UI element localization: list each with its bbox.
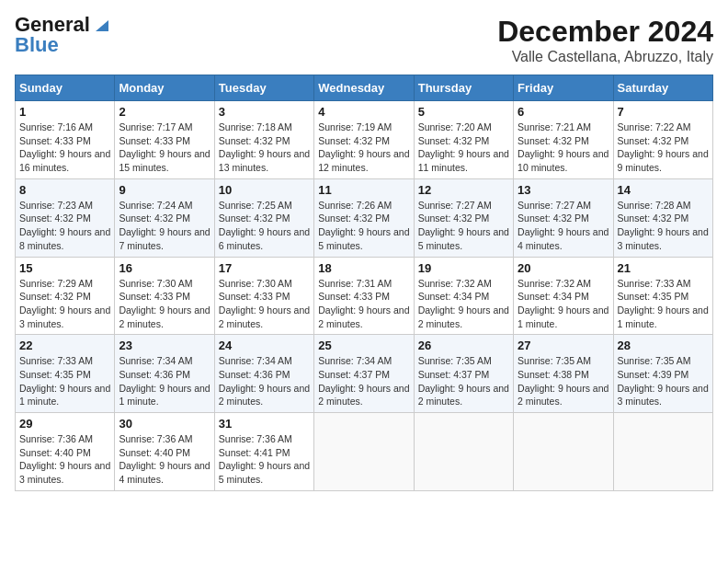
- page-title: December 2024: [497, 15, 713, 49]
- calendar-cell: 13Sunrise: 7:27 AMSunset: 4:32 PMDayligh…: [514, 178, 613, 257]
- day-info: Sunrise: 7:21 AMSunset: 4:32 PMDaylight:…: [518, 121, 609, 175]
- day-number: 23: [119, 339, 210, 352]
- header-saturday: Saturday: [613, 75, 712, 101]
- day-info: Sunrise: 7:25 AMSunset: 4:32 PMDaylight:…: [219, 199, 310, 253]
- header-monday: Monday: [115, 75, 214, 101]
- day-info: Sunrise: 7:36 AMSunset: 4:40 PMDaylight:…: [119, 432, 210, 487]
- day-info: Sunrise: 7:35 AMSunset: 4:39 PMDaylight:…: [618, 354, 709, 408]
- day-info: Sunrise: 7:33 AMSunset: 4:35 PMDaylight:…: [19, 354, 110, 408]
- day-info: Sunrise: 7:28 AMSunset: 4:32 PMDaylight:…: [618, 199, 709, 253]
- calendar-cell: 9Sunrise: 7:24 AMSunset: 4:32 PMDaylight…: [115, 178, 214, 257]
- day-number: 24: [219, 339, 310, 352]
- calendar-week-row: 8Sunrise: 7:23 AMSunset: 4:32 PMDaylight…: [16, 178, 713, 257]
- day-info: Sunrise: 7:22 AMSunset: 4:32 PMDaylight:…: [618, 121, 709, 175]
- calendar-header-row: SundayMondayTuesdayWednesdayThursdayFrid…: [16, 75, 713, 101]
- day-number: 30: [119, 417, 210, 431]
- calendar-cell: 20Sunrise: 7:32 AMSunset: 4:34 PMDayligh…: [514, 257, 613, 335]
- page-header: General Blue December 2024 Valle Castell…: [15, 15, 713, 65]
- calendar-week-row: 29Sunrise: 7:36 AMSunset: 4:40 PMDayligh…: [16, 413, 713, 491]
- calendar-cell: 4Sunrise: 7:19 AMSunset: 4:32 PMDaylight…: [314, 101, 414, 179]
- day-number: 17: [219, 261, 310, 275]
- day-info: Sunrise: 7:33 AMSunset: 4:35 PMDaylight:…: [618, 277, 709, 331]
- day-number: 4: [318, 105, 409, 119]
- day-info: Sunrise: 7:17 AMSunset: 4:33 PMDaylight:…: [119, 121, 210, 175]
- calendar-table: SundayMondayTuesdayWednesdayThursdayFrid…: [15, 75, 713, 491]
- calendar-cell: [314, 413, 414, 491]
- logo: General Blue: [15, 15, 112, 55]
- day-info: Sunrise: 7:35 AMSunset: 4:37 PMDaylight:…: [418, 354, 509, 408]
- day-info: Sunrise: 7:29 AMSunset: 4:32 PMDaylight:…: [19, 277, 110, 331]
- day-number: 15: [19, 261, 110, 275]
- day-number: 27: [518, 339, 609, 352]
- day-info: Sunrise: 7:26 AMSunset: 4:32 PMDaylight:…: [318, 199, 409, 253]
- header-tuesday: Tuesday: [214, 75, 313, 101]
- day-number: 5: [418, 105, 509, 119]
- calendar-cell: 27Sunrise: 7:35 AMSunset: 4:38 PMDayligh…: [514, 335, 613, 413]
- calendar-cell: 28Sunrise: 7:35 AMSunset: 4:39 PMDayligh…: [613, 335, 712, 413]
- day-number: 2: [119, 105, 210, 119]
- calendar-cell: 31Sunrise: 7:36 AMSunset: 4:41 PMDayligh…: [214, 413, 313, 491]
- day-info: Sunrise: 7:24 AMSunset: 4:32 PMDaylight:…: [119, 199, 210, 253]
- day-info: Sunrise: 7:23 AMSunset: 4:32 PMDaylight:…: [19, 199, 110, 253]
- header-sunday: Sunday: [16, 75, 115, 101]
- day-info: Sunrise: 7:36 AMSunset: 4:41 PMDaylight:…: [219, 432, 310, 487]
- day-number: 6: [518, 105, 609, 119]
- day-info: Sunrise: 7:18 AMSunset: 4:32 PMDaylight:…: [219, 121, 310, 175]
- day-number: 13: [518, 183, 609, 197]
- day-info: Sunrise: 7:27 AMSunset: 4:32 PMDaylight:…: [418, 199, 509, 253]
- calendar-cell: 6Sunrise: 7:21 AMSunset: 4:32 PMDaylight…: [514, 101, 613, 179]
- calendar-cell: 11Sunrise: 7:26 AMSunset: 4:32 PMDayligh…: [314, 178, 414, 257]
- day-number: 1: [19, 105, 110, 119]
- day-number: 29: [19, 417, 110, 431]
- day-number: 10: [219, 183, 310, 197]
- day-number: 28: [618, 339, 709, 352]
- calendar-cell: 5Sunrise: 7:20 AMSunset: 4:32 PMDaylight…: [414, 101, 513, 179]
- calendar-cell: 16Sunrise: 7:30 AMSunset: 4:33 PMDayligh…: [115, 257, 214, 335]
- calendar-cell: [514, 413, 613, 491]
- calendar-week-row: 1Sunrise: 7:16 AMSunset: 4:33 PMDaylight…: [16, 101, 713, 179]
- day-info: Sunrise: 7:20 AMSunset: 4:32 PMDaylight:…: [418, 121, 509, 175]
- header-friday: Friday: [514, 75, 613, 101]
- day-number: 8: [19, 183, 110, 197]
- calendar-cell: 19Sunrise: 7:32 AMSunset: 4:34 PMDayligh…: [414, 257, 513, 335]
- calendar-cell: 17Sunrise: 7:30 AMSunset: 4:33 PMDayligh…: [214, 257, 313, 335]
- logo-text: General: [15, 15, 90, 35]
- calendar-cell: 21Sunrise: 7:33 AMSunset: 4:35 PMDayligh…: [613, 257, 712, 335]
- calendar-cell: 14Sunrise: 7:28 AMSunset: 4:32 PMDayligh…: [613, 178, 712, 257]
- calendar-cell: 15Sunrise: 7:29 AMSunset: 4:32 PMDayligh…: [16, 257, 115, 335]
- calendar-cell: 12Sunrise: 7:27 AMSunset: 4:32 PMDayligh…: [414, 178, 513, 257]
- day-number: 11: [318, 183, 409, 197]
- day-info: Sunrise: 7:34 AMSunset: 4:37 PMDaylight:…: [318, 354, 409, 408]
- day-number: 12: [418, 183, 509, 197]
- logo-icon: [92, 15, 112, 35]
- title-block: December 2024 Valle Castellana, Abruzzo,…: [497, 15, 713, 65]
- day-number: 14: [618, 183, 709, 197]
- calendar-cell: 8Sunrise: 7:23 AMSunset: 4:32 PMDaylight…: [16, 178, 115, 257]
- day-number: 20: [518, 261, 609, 275]
- day-number: 31: [219, 417, 310, 431]
- calendar-cell: 23Sunrise: 7:34 AMSunset: 4:36 PMDayligh…: [115, 335, 214, 413]
- header-thursday: Thursday: [414, 75, 513, 101]
- day-number: 7: [618, 105, 709, 119]
- day-number: 19: [418, 261, 509, 275]
- calendar-cell: 10Sunrise: 7:25 AMSunset: 4:32 PMDayligh…: [214, 178, 313, 257]
- calendar-cell: 26Sunrise: 7:35 AMSunset: 4:37 PMDayligh…: [414, 335, 513, 413]
- day-info: Sunrise: 7:34 AMSunset: 4:36 PMDaylight:…: [119, 354, 210, 408]
- calendar-cell: 1Sunrise: 7:16 AMSunset: 4:33 PMDaylight…: [16, 101, 115, 179]
- day-number: 25: [318, 339, 409, 352]
- day-number: 26: [418, 339, 509, 352]
- day-number: 21: [618, 261, 709, 275]
- day-number: 22: [19, 339, 110, 352]
- day-info: Sunrise: 7:32 AMSunset: 4:34 PMDaylight:…: [518, 277, 609, 331]
- header-wednesday: Wednesday: [314, 75, 414, 101]
- day-info: Sunrise: 7:16 AMSunset: 4:33 PMDaylight:…: [19, 121, 110, 175]
- day-info: Sunrise: 7:36 AMSunset: 4:40 PMDaylight:…: [19, 432, 110, 487]
- calendar-cell: 2Sunrise: 7:17 AMSunset: 4:33 PMDaylight…: [115, 101, 214, 179]
- page-subtitle: Valle Castellana, Abruzzo, Italy: [497, 49, 713, 65]
- day-info: Sunrise: 7:32 AMSunset: 4:34 PMDaylight:…: [418, 277, 509, 331]
- day-info: Sunrise: 7:35 AMSunset: 4:38 PMDaylight:…: [518, 354, 609, 408]
- calendar-cell: 3Sunrise: 7:18 AMSunset: 4:32 PMDaylight…: [214, 101, 313, 179]
- day-info: Sunrise: 7:30 AMSunset: 4:33 PMDaylight:…: [119, 277, 210, 331]
- calendar-cell: 25Sunrise: 7:34 AMSunset: 4:37 PMDayligh…: [314, 335, 414, 413]
- day-number: 3: [219, 105, 310, 119]
